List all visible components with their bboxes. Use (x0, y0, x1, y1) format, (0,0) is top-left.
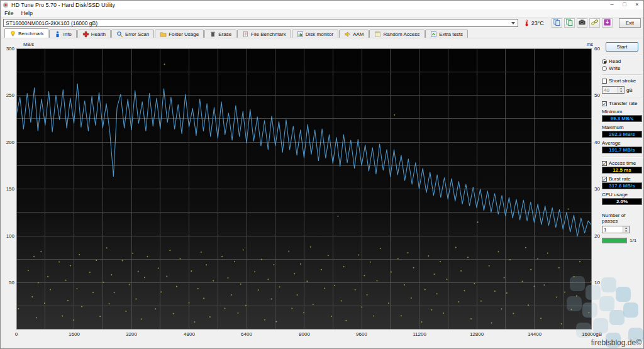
x-axis-tick: 4800 (184, 331, 195, 337)
tab-bar: BenchmarkInfoHealthError ScanFolder Usag… (1, 28, 643, 38)
tab-random-access[interactable]: Random Access (369, 30, 425, 38)
menu-help[interactable]: Help (20, 10, 37, 16)
tab-folder-usage[interactable]: Folder Usage (155, 30, 204, 38)
bulb-icon (9, 30, 16, 37)
passes-stepper[interactable]: 1 ▲▼ (602, 226, 630, 233)
right-axis-tick: 20 (594, 233, 607, 239)
left-axis-tick: 250 (1, 92, 14, 98)
tab-disk-monitor[interactable]: Disk monitor (292, 30, 338, 38)
x-axis-tick: 8000 (299, 331, 310, 337)
x-axis-tick: 6400 (241, 331, 252, 337)
start-button[interactable]: Start (606, 42, 638, 52)
tab-label: Health (91, 31, 106, 37)
right-axis-unit: ms (587, 42, 593, 47)
x-axis-tick: 14400 (528, 331, 541, 337)
progress-bar-fill (602, 238, 626, 243)
access-time-label: Access time (609, 160, 636, 166)
minimize-button[interactable]: – (606, 1, 618, 9)
x-axis-tick: 3200 (126, 331, 137, 337)
read-radio-label: Read (609, 58, 621, 64)
blog-watermark-text: fireblsblog.de© (591, 338, 641, 347)
menu-file[interactable]: File (3, 10, 18, 16)
app-icon (3, 2, 9, 8)
save-results-button[interactable] (602, 18, 613, 28)
transfer-rate-label: Transfer rate (609, 101, 638, 106)
separator (602, 74, 642, 75)
tab-label: AAM (353, 31, 364, 37)
separator (602, 55, 642, 56)
burst-rate-checkbox[interactable] (602, 177, 607, 182)
monitor-icon (297, 31, 304, 38)
copy-image-button[interactable] (564, 18, 575, 28)
tab-label: Info (63, 31, 71, 37)
access-time-checkbox[interactable] (602, 161, 607, 166)
copy-image-icon (565, 18, 574, 29)
camera-icon (578, 18, 586, 29)
toolbar-buttons (552, 18, 613, 28)
title-bar: HD Tune Pro 5.70 - Hard Disk/SSD Utility… (1, 1, 643, 9)
cpu-usage-label: CPU usage (602, 192, 642, 197)
x-axis-tick: 9600 (356, 331, 367, 337)
stepper-down-icon[interactable]: ▼ (618, 90, 624, 93)
temperature-value: 23°C (531, 20, 544, 26)
x-axis-tick: 1600 (69, 331, 80, 337)
passes-label: Number of passes (602, 213, 642, 224)
burst-rate-label: Burst rate (609, 176, 631, 182)
tab-label: Error Scan (125, 31, 149, 37)
minimum-label: Minimum (602, 109, 642, 114)
separator (602, 97, 642, 98)
tab-file-benchmark[interactable]: File Benchmark (237, 30, 291, 38)
tab-benchmark[interactable]: Benchmark (4, 28, 48, 38)
right-axis-tick: 60 (594, 46, 607, 52)
tab-error-scan[interactable]: Error Scan (111, 30, 154, 38)
x-axis-tick: 0 (15, 331, 18, 337)
transfer-rate-checkbox[interactable] (602, 101, 607, 106)
tab-extra-tests[interactable]: Extra tests (425, 30, 468, 38)
temperature-indicator: 23°C (523, 19, 544, 27)
tab-label: Random Access (383, 31, 419, 37)
app-window: HD Tune Pro 5.70 - Hard Disk/SSD Utility… (0, 0, 644, 349)
save-icon (603, 18, 611, 29)
maximum-value: 262.3 MB/s (602, 131, 642, 138)
erase-icon (209, 31, 216, 38)
write-radio[interactable] (602, 66, 607, 71)
average-value: 191.7 MB/s (602, 147, 642, 153)
extra-icon (430, 31, 437, 38)
health-icon (82, 31, 89, 38)
tab-health[interactable]: Health (77, 30, 111, 38)
drive-selector[interactable]: ST16000NM001G-2KK103 (16000 gB) (3, 19, 518, 27)
left-axis-tick: 200 (1, 140, 14, 145)
short-stroke-label: Short stroke (609, 78, 636, 84)
folder-icon (160, 31, 167, 38)
link-button[interactable] (589, 18, 600, 28)
copy-text-button[interactable] (552, 18, 562, 28)
right-axis-tick: 10 (594, 280, 607, 285)
cpu-usage-value: 2.0% (602, 198, 642, 205)
tab-label: Erase (218, 31, 231, 37)
screenshot-button[interactable] (577, 18, 587, 28)
tab-label: Benchmark (18, 31, 43, 36)
stepper-down-icon[interactable]: ▼ (623, 230, 629, 233)
info-icon (54, 31, 61, 38)
benchmark-view: MB/s ms Start (1, 38, 643, 348)
right-axis-tick: 30 (594, 186, 607, 192)
x-axis-tick: 16000gB (582, 331, 602, 337)
tab-erase[interactable]: Erase (204, 30, 236, 38)
chevron-down-icon[interactable] (509, 19, 518, 26)
benchmark-side-panel: Start Read Write Short stroke 40 ▲▼ gB T… (602, 41, 642, 243)
right-axis-tick: 40 (594, 140, 607, 145)
tab-aam[interactable]: AAM (339, 30, 369, 38)
short-stroke-unit: gB (626, 87, 633, 93)
read-radio[interactable] (602, 59, 607, 64)
maximum-label: Maximum (602, 125, 642, 130)
toolbar: ST16000NM001G-2KK103 (16000 gB) 23°C Exi… (1, 18, 643, 28)
close-button[interactable]: × (631, 1, 643, 9)
speaker-icon (344, 31, 351, 38)
exit-button[interactable]: Exit (619, 18, 641, 28)
access-time-value: 12.5 ms (602, 167, 642, 174)
maximize-button[interactable]: □ (618, 1, 631, 9)
short-stroke-checkbox[interactable] (602, 79, 607, 84)
drive-selector-value: ST16000NM001G-2KK103 (16000 gB) (6, 20, 97, 26)
menu-bar: File Help (1, 9, 643, 18)
tab-info[interactable]: Info (49, 30, 76, 38)
